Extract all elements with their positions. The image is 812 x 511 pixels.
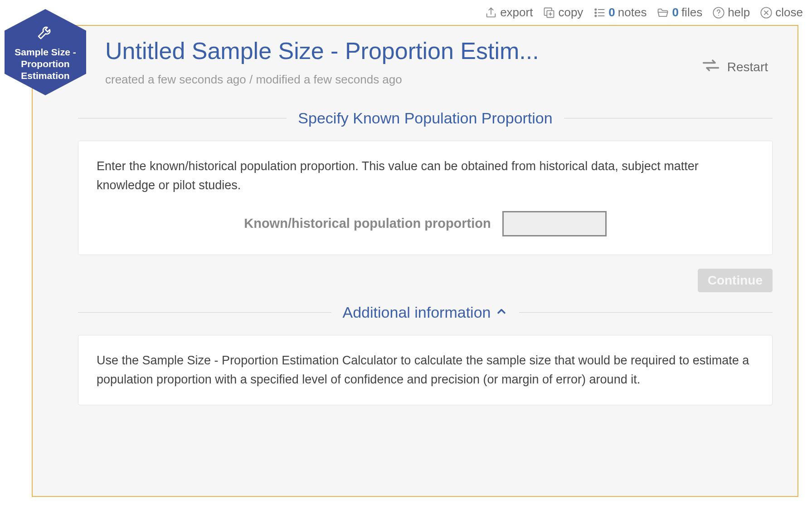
notes-count: 0	[608, 5, 615, 20]
notes-label: notes	[618, 5, 647, 20]
export-label: export	[500, 5, 533, 20]
notes-button[interactable]: 0 notes	[593, 5, 647, 20]
population-proportion-label: Known/historical population proportion	[244, 216, 491, 231]
restart-button[interactable]: Restart	[701, 55, 768, 79]
section-title-additional[interactable]: Additional information	[331, 304, 520, 321]
section-title-population: Specify Known Population Proportion	[287, 109, 564, 127]
close-label: close	[775, 5, 803, 20]
close-icon	[760, 6, 773, 19]
tool-badge[interactable]: Sample Size - Proportion Estimation	[5, 9, 86, 95]
help-label: help	[728, 5, 750, 20]
help-button[interactable]: help	[712, 5, 750, 20]
population-card: Enter the known/historical population pr…	[78, 141, 773, 255]
close-button[interactable]: close	[760, 5, 803, 20]
population-proportion-input[interactable]	[502, 211, 607, 236]
additional-info-card: Use the Sample Size - Proportion Estimat…	[78, 335, 773, 406]
continue-button[interactable]: Continue	[698, 269, 773, 292]
svg-point-6	[595, 15, 597, 16]
svg-point-4	[595, 9, 597, 10]
chevron-up-icon	[495, 304, 508, 321]
files-label: files	[681, 5, 702, 20]
page-title: Untitled Sample Size - Proportion Estim.…	[105, 37, 604, 64]
top-toolbar: export copy	[0, 0, 812, 25]
restart-icon	[701, 55, 721, 79]
folder-icon	[656, 6, 669, 19]
svg-point-5	[595, 12, 597, 13]
copy-button[interactable]: copy	[543, 5, 583, 20]
svg-point-11	[718, 15, 719, 15]
restart-label: Restart	[727, 60, 768, 74]
files-button[interactable]: 0 files	[656, 5, 702, 20]
population-description: Enter the known/historical population pr…	[97, 157, 754, 195]
files-count: 0	[672, 5, 678, 20]
main-panel: Untitled Sample Size - Proportion Estim.…	[32, 25, 798, 497]
additional-info-label: Additional information	[343, 304, 491, 321]
help-icon	[712, 6, 725, 19]
wrench-icon	[36, 23, 54, 44]
copy-icon	[543, 6, 555, 19]
notes-icon	[593, 6, 606, 19]
section-divider-population: Specify Known Population Proportion	[78, 109, 773, 127]
additional-info-description: Use the Sample Size - Proportion Estimat…	[97, 351, 754, 389]
copy-label: copy	[558, 5, 583, 20]
timestamps: created a few seconds ago / modified a f…	[105, 73, 701, 87]
tool-badge-label: Sample Size - Proportion Estimation	[9, 46, 82, 82]
section-divider-additional: Additional information	[78, 304, 773, 321]
export-icon	[485, 6, 497, 19]
export-button[interactable]: export	[485, 5, 533, 20]
